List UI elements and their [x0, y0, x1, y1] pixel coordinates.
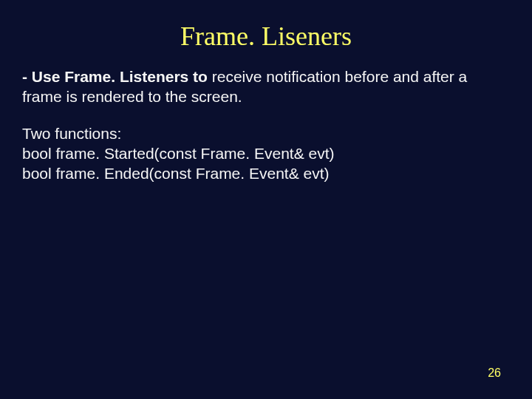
paragraph-2-line-1: Two functions:	[22, 123, 510, 143]
paragraph-2-line-2: bool frame. Started(const Frame. Event& …	[22, 143, 510, 163]
slide-title: Frame. Liseners	[0, 0, 532, 66]
page-number: 26	[488, 366, 501, 380]
paragraph-1-lead: - Use Frame. Listeners to	[22, 68, 212, 85]
slide-body: - Use Frame. Listeners to receive notifi…	[0, 66, 532, 183]
paragraph-2: Two functions: bool frame. Started(const…	[22, 123, 510, 184]
paragraph-2-line-3: bool frame. Ended(const Frame. Event& ev…	[22, 163, 510, 183]
slide: Frame. Liseners - Use Frame. Listeners t…	[0, 0, 532, 399]
paragraph-1: - Use Frame. Listeners to receive notifi…	[22, 66, 510, 107]
